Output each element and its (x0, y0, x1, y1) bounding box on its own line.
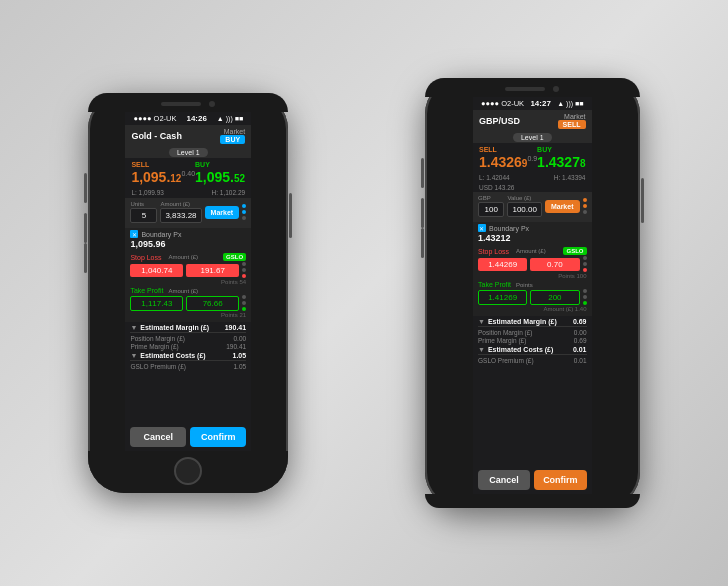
cancel-button-left[interactable]: Cancel (130, 427, 186, 447)
boundary-right: ✕ Boundary Px 1.43212 (473, 222, 592, 245)
sell-label-left: SELL (131, 161, 181, 168)
boundary-value-right: 1.43212 (478, 233, 587, 243)
est-costs-val-left: 1.05 (233, 352, 247, 359)
tp-amount-left[interactable]: 76.66 (186, 296, 239, 311)
sell-price-right: 1.43269 (479, 154, 527, 170)
spread-left: 0.40 (181, 170, 195, 177)
tp-dot1 (242, 295, 246, 299)
bottom-bezel-right (425, 494, 640, 508)
pos-margin-lbl-left: Position Margin (£) (130, 335, 185, 342)
tp-dot3-r (583, 301, 587, 305)
boundary-check-left[interactable]: ✕ (130, 230, 138, 238)
tp-dot3 (242, 307, 246, 311)
prime-margin-val-right: 0.69 (574, 337, 587, 344)
units-label-left: Units (130, 201, 157, 207)
order-type-right: SELL (558, 120, 586, 129)
tp-amount-right[interactable]: 200 (530, 290, 579, 305)
order-label-left: Market (220, 128, 245, 135)
pos-margin-val-left: 0.00 (233, 335, 246, 342)
units-input-right[interactable]: 100 (478, 202, 504, 217)
est-margin-title-right: Estimated Margin (£) (488, 318, 557, 325)
sl-amount-right[interactable]: 0.70 (530, 258, 579, 271)
sl-input-left[interactable]: 1,040.74 (130, 264, 183, 277)
est-section-left: ▼ Estimated Margin (£) 190.41 Position M… (125, 322, 251, 423)
market-btn-right[interactable]: Market (545, 200, 580, 213)
boundary-label-right: Boundary Px (489, 225, 529, 232)
tp-dot1-r (583, 289, 587, 293)
app-header-right: GBP/USD Market SELL (473, 110, 592, 132)
est-costs-title-right: Estimated Costs (£) (488, 346, 553, 353)
sl-amount-left[interactable]: 191.67 (186, 264, 239, 277)
sl-dot1 (242, 262, 246, 266)
order-label-right: Market (558, 113, 586, 120)
sl-points-right: Points 100 (478, 273, 587, 279)
status-bar-left: ●●●● O2-UK 14:26 ▲ ))) ■■ (125, 112, 251, 125)
time-right: 14:27 (530, 99, 550, 108)
top-bezel-left (88, 93, 288, 112)
gslo-right: GSLO (563, 247, 586, 255)
est-costs-val-right: 0.01 (573, 346, 587, 353)
dot2-right (583, 204, 587, 208)
buy-price-left: 1,095.52 (195, 169, 245, 185)
time-left: 14:26 (186, 114, 206, 123)
usd-row-right: USD 143.26 (473, 183, 592, 192)
boundary-label-left: Boundary Px (141, 231, 181, 238)
lowhigh-left: L: 1,099.93 H: 1,102.29 (125, 189, 251, 198)
chevron-costs-left: ▼ (130, 352, 137, 359)
gslo-left: GSLO (223, 253, 246, 261)
level-badge-left: Level 1 (169, 148, 208, 157)
bottom-buttons-right: Cancel Confirm (473, 466, 592, 494)
dot3-left (242, 216, 246, 220)
home-button-left[interactable] (174, 457, 202, 485)
tp-input-left[interactable]: 1,117.43 (130, 296, 183, 311)
order-type-left: BUY (220, 135, 245, 144)
page-wrapper: ●●●● O2-UK 14:26 ▲ ))) ■■ Gold - Cash Ma… (0, 0, 728, 586)
camera-right (553, 86, 559, 92)
market-btn-left[interactable]: Market (205, 206, 240, 219)
confirm-button-right[interactable]: Confirm (534, 470, 586, 490)
gslo-lbl-left: GSLO Premium (£) (130, 363, 186, 370)
tp-dot2 (242, 301, 246, 305)
gslo-val-right: 0.01 (574, 357, 587, 364)
speaker-right (505, 87, 545, 91)
confirm-button-left[interactable]: Confirm (190, 427, 246, 447)
units-input-left[interactable]: 5 (130, 208, 157, 223)
pos-margin-lbl-right: Position Margin (£) (478, 329, 533, 336)
camera-left (209, 101, 215, 107)
est-margin-val-right: 0.69 (573, 318, 587, 325)
inputs-left: Units 5 Amount (£) 3,833.28 Market (125, 198, 251, 228)
cancel-button-right[interactable]: Cancel (478, 470, 530, 490)
buy-label-left: BUY (195, 161, 245, 168)
high-right: H: 1.43394 (554, 174, 586, 181)
tp-amount-label-right: Points (516, 282, 587, 288)
est-costs-title-left: Estimated Costs (£) (140, 352, 205, 359)
amount-input-left[interactable]: 3,833.28 (160, 208, 201, 223)
boundary-value-left: 1,095.96 (130, 239, 246, 249)
amount-input-right[interactable]: 100.00 (507, 202, 541, 217)
bottom-buttons-left: Cancel Confirm (125, 423, 251, 451)
level-row-right: Level 1 (473, 132, 592, 143)
sl-input-right[interactable]: 1.44269 (478, 258, 527, 271)
gslo-lbl-right: GSLO Premium (£) (478, 357, 534, 364)
pos-margin-val-right: 0.00 (574, 329, 587, 336)
level-badge-right: Level 1 (513, 133, 552, 142)
units-label-right: GBP (478, 195, 504, 201)
tp-label-left: Take Profit (130, 287, 165, 294)
tp-input-right[interactable]: 1.41269 (478, 290, 527, 305)
boundary-check-right[interactable]: ✕ (478, 224, 486, 232)
phone-left: ●●●● O2-UK 14:26 ▲ ))) ■■ Gold - Cash Ma… (88, 93, 288, 493)
status-bar-right: ●●●● O2-UK 14:27 ▲ ))) ■■ (473, 97, 592, 110)
screen-left: ●●●● O2-UK 14:26 ▲ ))) ■■ Gold - Cash Ma… (125, 112, 251, 451)
chevron-margin-right: ▼ (478, 318, 485, 325)
boundary-left: ✕ Boundary Px 1,095.96 (125, 228, 251, 251)
app-header-left: Gold - Cash Market BUY (125, 125, 251, 147)
high-left: H: 1,102.29 (212, 189, 246, 196)
sell-label-right: SELL (479, 146, 527, 153)
speaker-left (161, 102, 201, 106)
chevron-costs-right: ▼ (478, 346, 485, 353)
tp-dot2-r (583, 295, 587, 299)
sl-points-left: Points 54 (130, 279, 246, 285)
usd-value-right: USD 143.26 (479, 184, 514, 191)
instrument-left: Gold - Cash (131, 131, 182, 141)
carrier-left: ●●●● O2-UK (133, 114, 176, 123)
